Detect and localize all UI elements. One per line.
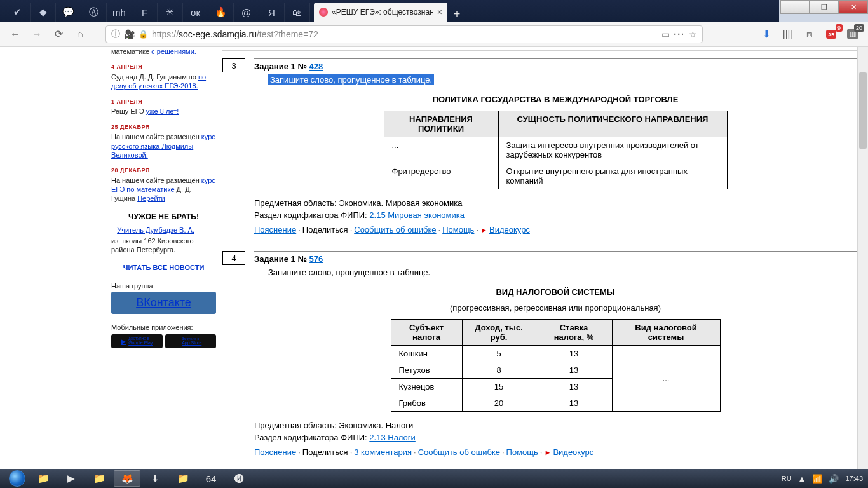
news-link[interactable]: по делу об утечках ЕГЭ-2018. <box>111 73 206 90</box>
task-action-link[interactable]: Видеокурс <box>489 225 530 234</box>
news-item: Решу ЕГЭ уже 8 лет! <box>111 107 216 116</box>
bookmark-star-icon[interactable]: ☆ <box>689 29 697 39</box>
task-action-text[interactable]: Поделиться <box>302 225 348 234</box>
group-label: Наша группа <box>111 281 216 290</box>
task-action-link[interactable]: Помощь <box>506 447 538 457</box>
pinned-tab-3[interactable]: Ⓐ <box>81 3 107 22</box>
url-box[interactable]: ⓘ 🎥 🔒 https://soc-ege.sdamgia.ru/test?th… <box>105 25 703 43</box>
taskbar-app-7[interactable]: 🅦 <box>226 470 252 487</box>
pinned-tab-5[interactable]: F <box>132 3 158 22</box>
tab-title: «РЕШУ ЕГЭ»: обществознание <box>332 8 433 17</box>
task-number-link[interactable]: 428 <box>309 62 323 71</box>
ublock-icon[interactable]: ▥20 <box>844 25 862 43</box>
tab-close-icon[interactable]: × <box>437 7 442 17</box>
news-item: Суд над Д. Д. Гущиным по по делу об утеч… <box>111 72 216 91</box>
task-action-link[interactable]: Пояснение <box>254 225 296 234</box>
new-tab-button[interactable]: + <box>447 6 466 22</box>
taskbar-app-1[interactable]: ▶ <box>58 470 85 487</box>
tab-favicon <box>319 8 328 17</box>
codifier-link[interactable]: 2.13 Налоги <box>369 433 416 442</box>
sidebar-link[interactable]: с решениями. <box>151 48 196 55</box>
library-icon[interactable]: ||| | <box>779 25 797 43</box>
table-subcaption: (прогрессивная, регрессивная или пропорц… <box>254 303 857 313</box>
task: 4Задание 1 № 576Запишите слово, пропущен… <box>222 251 857 457</box>
pinned-tab-2[interactable]: 💬 <box>56 3 81 22</box>
scrollbar[interactable] <box>857 47 868 469</box>
tray-sound-icon[interactable]: 🔊 <box>829 474 839 484</box>
forward-button[interactable]: → <box>28 25 46 43</box>
task-number-link[interactable]: 576 <box>309 254 323 264</box>
lock-icon: 🔒 <box>139 30 148 39</box>
tray-flag-icon[interactable]: ▲ <box>798 474 806 484</box>
pinned-tab-0[interactable]: ✔ <box>5 3 31 22</box>
page-actions-icon[interactable]: ··· <box>674 29 685 39</box>
news-link[interactable]: Перейти <box>137 194 165 202</box>
task-action-link[interactable]: 3 комментария <box>354 447 412 457</box>
vk-button[interactable]: ВКонтакте <box>111 292 216 314</box>
pinned-tab-7[interactable]: ок <box>183 3 208 22</box>
tray-clock[interactable]: 17:43 <box>845 475 863 482</box>
task-action-link[interactable]: Помощь <box>442 225 474 234</box>
read-all-news-link[interactable]: ЧИТАТЬ ВСЕ НОВОСТИ <box>123 264 205 271</box>
table-row: ФритредерствоОткрытие внутреннего рынка … <box>384 163 727 189</box>
window-minimize[interactable]: — <box>780 0 810 14</box>
news-link[interactable]: курс ЕГЭ по математике <box>111 177 215 193</box>
taskbar-app-2[interactable]: 📁 <box>86 470 112 487</box>
pinned-tab-11[interactable]: 🛍 <box>285 3 310 22</box>
pinned-tab-8[interactable]: 🔥 <box>208 3 234 22</box>
scrollbar-thumb[interactable] <box>859 72 867 149</box>
tab-strip: ✔◆💬ⒶmhF✳ок🔥@Я🛍 «РЕШУ ЕГЭ»: обществознани… <box>0 0 779 22</box>
start-button[interactable] <box>5 469 29 488</box>
table-cell: ... <box>612 346 720 412</box>
table-header: Субъект налога <box>391 320 462 346</box>
table-header: Вид налоговой системы <box>612 320 720 346</box>
google-play-button[interactable]: ▶ДОСТУПНО ВGoogle Play <box>111 334 163 348</box>
news-date: 25 ДЕКАБРЯ <box>111 124 216 132</box>
taskbar-app-4[interactable]: ⬇ <box>142 470 168 487</box>
codifier-link[interactable]: 2.15 Мировая экономика <box>369 210 465 220</box>
sidebar-text: математике <box>111 48 151 55</box>
news-link[interactable]: курс русского языка Людмилы Великовой. <box>111 133 215 159</box>
taskbar-app-0[interactable]: 📁 <box>30 470 57 487</box>
site-info-icon[interactable]: ⓘ <box>111 29 120 40</box>
window-maximize[interactable]: ❐ <box>810 0 839 14</box>
task-action-link[interactable]: Сообщить об ошибке <box>354 225 436 234</box>
pinned-tab-6[interactable]: ✳ <box>158 3 183 22</box>
back-button[interactable]: ← <box>6 25 24 43</box>
table-cell: 13 <box>536 362 612 379</box>
task-action-link[interactable]: Сообщить об ошибке <box>418 447 500 457</box>
task-action-link[interactable]: Видеокурс <box>553 447 593 457</box>
news-link[interactable]: уже 8 лет! <box>146 107 179 115</box>
news-item: На нашем сайте размещён курс ЕГЭ по мате… <box>111 176 216 203</box>
task-instruction: Запишите слово, пропущенное в таблице. <box>268 75 857 85</box>
downloads-icon[interactable]: ⬇ <box>757 25 775 43</box>
taskbar-app-3[interactable]: 🦊 <box>114 470 140 487</box>
home-button[interactable]: ⌂ <box>71 25 89 43</box>
task-table: НАПРАВЛЕНИЯ ПОЛИТИКИСУЩНОСТЬ ПОЛИТИЧЕСКО… <box>384 111 728 189</box>
author-link[interactable]: Учитель Думбадзе В. А. <box>117 226 194 234</box>
table-cell: 8 <box>462 362 536 379</box>
sidebar: математике с решениями. 4 АПРЕЛЯСуд над … <box>111 47 216 348</box>
pinned-tab-4[interactable]: mh <box>107 3 132 22</box>
pinned-tab-9[interactable]: @ <box>234 3 259 22</box>
pinned-tab-10[interactable]: Я <box>259 3 285 22</box>
app-store-button[interactable]: Загрузите вApp Store <box>165 334 217 348</box>
sidebar-icon[interactable]: ⧈ <box>801 25 818 43</box>
reload-button[interactable]: ⟳ <box>50 25 67 43</box>
tray-lang[interactable]: RU <box>782 475 792 482</box>
main-content: … 3Задание 1 № 428Запишите слово, пропущ… <box>222 47 857 469</box>
table-cell: 13 <box>536 346 612 362</box>
taskbar-app-5[interactable]: 📁 <box>170 470 196 487</box>
tab-current[interactable]: «РЕШУ ЕГЭ»: обществознание × <box>314 3 447 22</box>
reader-icon[interactable]: ▭ <box>661 29 670 39</box>
adblock-icon[interactable]: ᴀʙ9 <box>822 25 840 43</box>
taskbar-app-6[interactable]: 64 <box>198 470 224 487</box>
table-cell: 13 <box>536 379 612 395</box>
tray-network-icon[interactable]: 📶 <box>812 474 822 484</box>
task-title: Задание 1 № 576 <box>254 254 857 264</box>
table-header: СУЩНОСТЬ ПОЛИТИЧЕСКОГО НАПРАВЛЕНИЯ <box>498 111 727 137</box>
task-action-text[interactable]: Поделиться <box>302 447 348 457</box>
window-close[interactable]: ✕ <box>839 0 868 14</box>
task-action-link[interactable]: Пояснение <box>254 447 296 457</box>
pinned-tab-1[interactable]: ◆ <box>31 3 56 22</box>
